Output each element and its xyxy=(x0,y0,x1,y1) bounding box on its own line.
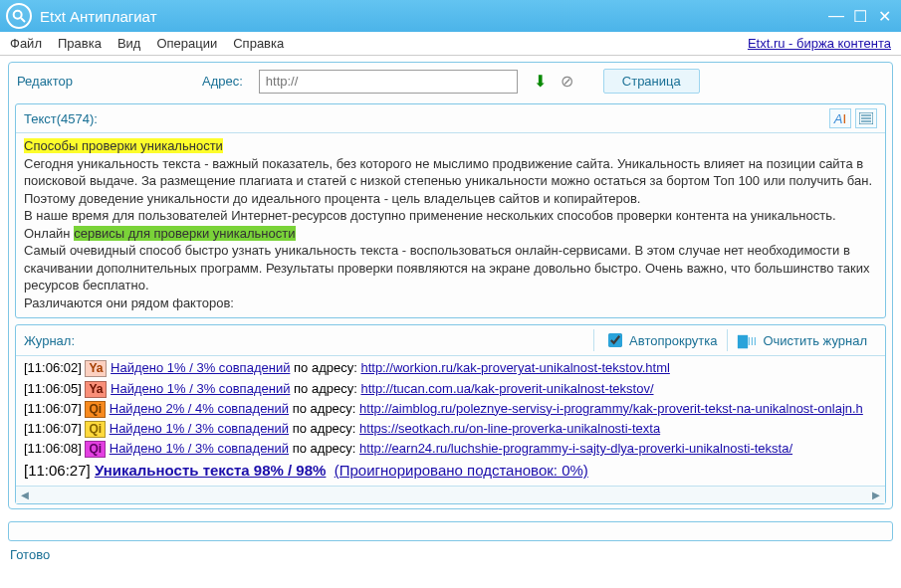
log-url[interactable]: http://aimblog.ru/poleznye-servisy-i-pro… xyxy=(359,401,863,416)
scroll-right-icon[interactable]: ► xyxy=(869,489,883,502)
text-body: Самый очевидный способ быстро узнать уни… xyxy=(24,243,870,293)
text-body: Онлайн xyxy=(24,226,74,241)
engine-tag: Ya xyxy=(85,360,107,377)
menu-operations[interactable]: Операции xyxy=(156,36,217,51)
autoscroll-checkbox[interactable]: Автопрокрутка xyxy=(593,329,728,351)
footer-empty-panel xyxy=(8,521,893,541)
title-bar: Etxt Антиплагиат — ☐ ✕ xyxy=(0,0,901,32)
uniqueness-result[interactable]: Уникальность текста 98% / 98% xyxy=(95,462,327,479)
horizontal-scrollbar[interactable]: ◄ ► xyxy=(16,486,885,503)
journal-body: [11:06:02] Ya Найдено 1% / 3% совпадений… xyxy=(16,356,885,486)
highlight-green: сервисы для проверки уникальности xyxy=(74,226,295,241)
editor-header-row: Редактор Адрес: ⬇︎ ⊘ Страница xyxy=(9,63,892,99)
ignored-substitutions[interactable]: (Проигнорировано подстановок: 0%) xyxy=(335,462,588,479)
match-link[interactable]: Найдено 1% / 3% совпадений xyxy=(110,441,289,456)
match-link[interactable]: Найдено 1% / 3% совпадений xyxy=(111,381,290,396)
clear-journal-button[interactable]: ▇ⅼⅼⅼ Очистить журнал xyxy=(728,333,877,348)
maximize-button[interactable]: ☐ xyxy=(849,5,871,27)
autoscroll-input[interactable] xyxy=(608,333,622,347)
text-body: Различаются они рядом факторов: xyxy=(24,295,234,310)
log-line: [11:06:07] Qi Найдено 2% / 4% совпадений… xyxy=(24,399,877,419)
menu-file[interactable]: Файл xyxy=(10,36,42,51)
menu-edit[interactable]: Правка xyxy=(58,36,102,51)
log-addr-label: по адресу: xyxy=(293,421,356,436)
broom-icon: ▇ⅼⅼⅼ xyxy=(738,333,757,348)
match-link[interactable]: Найдено 1% / 3% совпадений xyxy=(110,421,289,436)
svg-point-0 xyxy=(14,11,22,19)
log-line: [11:06:07] Qi Найдено 1% / 3% совпадений… xyxy=(24,419,877,439)
text-panel: Текст(4574): AI Способы проверки уникаль… xyxy=(15,103,886,318)
autoscroll-label: Автопрокрутка xyxy=(629,333,717,348)
editor-text-area[interactable]: Способы проверки уникальности Сегодня ун… xyxy=(16,133,885,317)
block-icon[interactable]: ⊘ xyxy=(561,72,573,91)
go-download-icon[interactable]: ⬇︎ xyxy=(534,72,547,91)
clear-journal-label: Очистить журнал xyxy=(763,333,867,348)
result-line: [11:06:27] Уникальность текста 98% / 98%… xyxy=(24,459,877,482)
log-line: [11:06:02] Ya Найдено 1% / 3% совпадений… xyxy=(24,358,877,378)
app-logo-icon xyxy=(6,3,32,29)
log-url[interactable]: http://tucan.com.ua/kak-proverit-unikaln… xyxy=(360,381,653,396)
log-addr-label: по адресу: xyxy=(293,441,356,456)
journal-panel: Журнал: Автопрокрутка ▇ⅼⅼⅼ Очистить журн… xyxy=(15,324,886,504)
log-time: [11:06:05] xyxy=(24,381,82,396)
page-tab[interactable]: Страница xyxy=(603,69,700,94)
engine-tag: Ya xyxy=(85,381,107,398)
journal-title: Журнал: xyxy=(24,333,75,348)
log-time: [11:06:27] xyxy=(24,462,91,479)
menu-view[interactable]: Вид xyxy=(117,36,141,51)
highlight-yellow: Способы проверки уникальности xyxy=(24,138,223,153)
text-panel-title: Текст(4574): xyxy=(24,111,98,126)
match-link[interactable]: Найдено 2% / 4% совпадений xyxy=(110,401,289,416)
engine-tag: Qi xyxy=(85,441,106,458)
log-line: [11:06:05] Ya Найдено 1% / 3% совпадений… xyxy=(24,379,877,399)
match-link[interactable]: Найдено 1% / 3% совпадений xyxy=(111,360,290,375)
status-bar: Готово xyxy=(0,547,901,568)
log-time: [11:06:07] xyxy=(24,401,82,416)
log-addr-label: по адресу: xyxy=(294,381,357,396)
layout-tool-icon[interactable] xyxy=(855,108,877,128)
engine-tag: Qi xyxy=(85,421,106,438)
address-input[interactable] xyxy=(259,70,518,94)
log-url[interactable]: https://seotkach.ru/on-line-proverka-uni… xyxy=(359,421,660,436)
window-title: Etxt Антиплагиат xyxy=(40,8,823,25)
text-body: В наше время для пользователей Интернет-… xyxy=(24,208,836,223)
log-time: [11:06:02] xyxy=(24,360,82,375)
minimize-button[interactable]: — xyxy=(825,5,847,27)
menu-bar: Файл Правка Вид Операции Справка Etxt.ru… xyxy=(0,32,901,56)
log-addr-label: по адресу: xyxy=(294,360,357,375)
svg-line-1 xyxy=(21,18,25,22)
font-tool-icon[interactable]: AI xyxy=(829,108,851,128)
main-panel: Редактор Адрес: ⬇︎ ⊘ Страница Текст(4574… xyxy=(8,62,893,509)
address-label: Адрес: xyxy=(202,74,243,89)
text-body: Сегодня уникальность текста - важный пок… xyxy=(24,156,872,206)
log-addr-label: по адресу: xyxy=(293,401,356,416)
menu-help[interactable]: Справка xyxy=(233,36,284,51)
etxt-link[interactable]: Etxt.ru - биржа контента xyxy=(748,36,891,51)
log-url[interactable]: http://earn24.ru/luchshie-programmy-i-sa… xyxy=(359,441,792,456)
scroll-left-icon[interactable]: ◄ xyxy=(18,489,32,502)
log-time: [11:06:07] xyxy=(24,421,82,436)
close-button[interactable]: ✕ xyxy=(873,5,895,27)
editor-tab[interactable]: Редактор xyxy=(17,74,73,89)
engine-tag: Qi xyxy=(85,401,106,418)
log-line: [11:06:08] Qi Найдено 1% / 3% совпадений… xyxy=(24,439,877,459)
log-url[interactable]: http://workion.ru/kak-proveryat-unikalno… xyxy=(360,360,669,375)
log-time: [11:06:08] xyxy=(24,441,82,456)
